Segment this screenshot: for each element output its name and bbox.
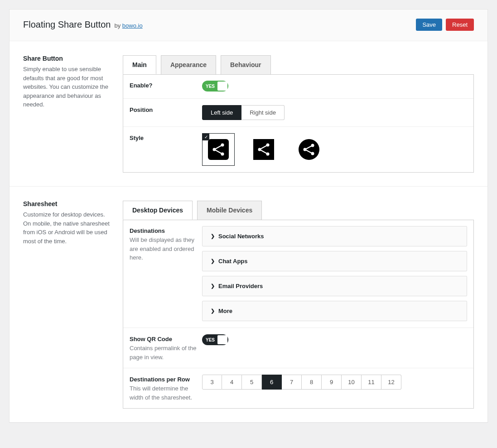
accordion-chat-apps[interactable]: ❯ Chat Apps	[202, 251, 467, 271]
per-row-desc: This will determine the width of the sha…	[130, 384, 202, 402]
accordion-email-providers[interactable]: ❯ Email Providers	[202, 276, 467, 296]
page-title: Floating Share Button	[23, 19, 111, 30]
section-desc: Simply enable to use sensible defaults t…	[23, 65, 114, 109]
chevron-right-icon: ❯	[211, 233, 215, 239]
per-row-11[interactable]: 11	[362, 375, 381, 390]
reset-button[interactable]: Reset	[446, 19, 474, 31]
per-row-10[interactable]: 10	[342, 375, 362, 390]
accordion-social-networks[interactable]: ❯ Social Networks	[202, 226, 467, 246]
qr-desc: Contains permalink of the page in view.	[130, 344, 202, 361]
per-row-buttonset: 3 4 5 6 7 8 9 10 11 12	[202, 375, 401, 390]
share-button-tabs: Main Appearance Behaviour	[123, 55, 474, 75]
field-per-row: Destinations per Row This will determine…	[123, 368, 473, 408]
svg-rect-0	[208, 139, 229, 160]
tab-appearance[interactable]: Appearance	[161, 55, 216, 74]
toggle-text: YES	[206, 337, 215, 342]
style-picker: ✓	[202, 133, 467, 166]
position-left[interactable]: Left side	[202, 105, 241, 120]
position-right[interactable]: Right side	[241, 105, 285, 120]
tab-desktop[interactable]: Desktop Devices	[123, 201, 193, 220]
section-desc: Customize for desktop devices. On mobile…	[23, 210, 114, 246]
tab-mobile[interactable]: Mobile Devices	[197, 201, 262, 220]
accordion-more[interactable]: ❯ More	[202, 301, 467, 321]
per-row-12[interactable]: 12	[381, 375, 401, 390]
tab-content-main: Enable? YES Position Left side	[123, 74, 474, 173]
field-qr: Show QR Code Contains permalink of the p…	[123, 328, 473, 368]
per-row-8[interactable]: 8	[302, 375, 322, 390]
field-enable: Enable? YES	[123, 74, 473, 99]
per-row-6[interactable]: 6	[262, 375, 282, 390]
section-title: Sharesheet	[23, 200, 114, 207]
style-label: Style	[130, 135, 202, 141]
chevron-right-icon: ❯	[211, 258, 215, 264]
qr-label: Show QR Code	[130, 336, 202, 342]
destinations-accordion: ❯ Social Networks ❯ Chat Apps ❯ Email Pr…	[202, 226, 467, 321]
per-row-9[interactable]: 9	[322, 375, 342, 390]
per-row-4[interactable]: 4	[222, 375, 242, 390]
per-row-label: Destinations per Row	[130, 376, 202, 383]
chevron-right-icon: ❯	[211, 283, 215, 289]
style-option-circle[interactable]	[293, 133, 325, 166]
share-icon-circle	[299, 139, 319, 160]
svg-rect-6	[253, 139, 274, 160]
sharesheet-tabs: Desktop Devices Mobile Devices	[123, 201, 474, 220]
toggle-knob	[217, 82, 227, 91]
position-label: Position	[130, 106, 202, 113]
destinations-label: Destinations	[130, 227, 202, 234]
toggle-knob	[217, 335, 227, 344]
per-row-7[interactable]: 7	[282, 375, 302, 390]
svg-point-12	[299, 139, 319, 160]
section-share-button: Share Button Simply enable to use sensib…	[10, 41, 487, 187]
section-sharesheet: Sharesheet Customize for desktop devices…	[10, 187, 487, 422]
section-side: Sharesheet Customize for desktop devices…	[23, 200, 114, 409]
enable-label: Enable?	[130, 82, 202, 89]
destinations-desc: Will be displayed as they are enabled an…	[130, 236, 202, 262]
tab-behaviour[interactable]: Behaviour	[221, 55, 270, 74]
save-button[interactable]: Save	[416, 19, 442, 31]
section-title: Share Button	[23, 55, 114, 62]
position-buttonset: Left side Right side	[202, 105, 285, 120]
byline: by bowo.io	[114, 22, 142, 29]
section-side: Share Button Simply enable to use sensib…	[23, 55, 114, 173]
chevron-right-icon: ❯	[211, 308, 215, 314]
tab-main[interactable]: Main	[123, 55, 156, 74]
field-destinations: Destinations Will be displayed as they a…	[123, 220, 473, 328]
author-link[interactable]: bowo.io	[122, 22, 143, 29]
share-icon-rounded-square	[208, 139, 229, 160]
tab-content-desktop: Destinations Will be displayed as they a…	[123, 220, 474, 409]
enable-toggle[interactable]: YES	[202, 81, 228, 92]
header-actions: Save Reset	[416, 19, 474, 31]
per-row-3[interactable]: 3	[202, 375, 222, 390]
panel-header: Floating Share Button by bowo.io Save Re…	[10, 10, 487, 41]
style-option-rounded-square[interactable]: ✓	[202, 133, 235, 166]
toggle-text: YES	[206, 84, 215, 89]
per-row-5[interactable]: 5	[242, 375, 262, 390]
field-position: Position Left side Right side	[123, 99, 473, 127]
style-option-square[interactable]	[247, 133, 280, 166]
share-icon-square	[253, 139, 274, 160]
title-wrap: Floating Share Button by bowo.io	[23, 19, 143, 30]
qr-toggle[interactable]: YES	[202, 334, 228, 345]
settings-panel: Floating Share Button by bowo.io Save Re…	[9, 9, 488, 423]
field-style: Style ✓	[123, 127, 473, 172]
check-icon: ✓	[203, 134, 209, 140]
